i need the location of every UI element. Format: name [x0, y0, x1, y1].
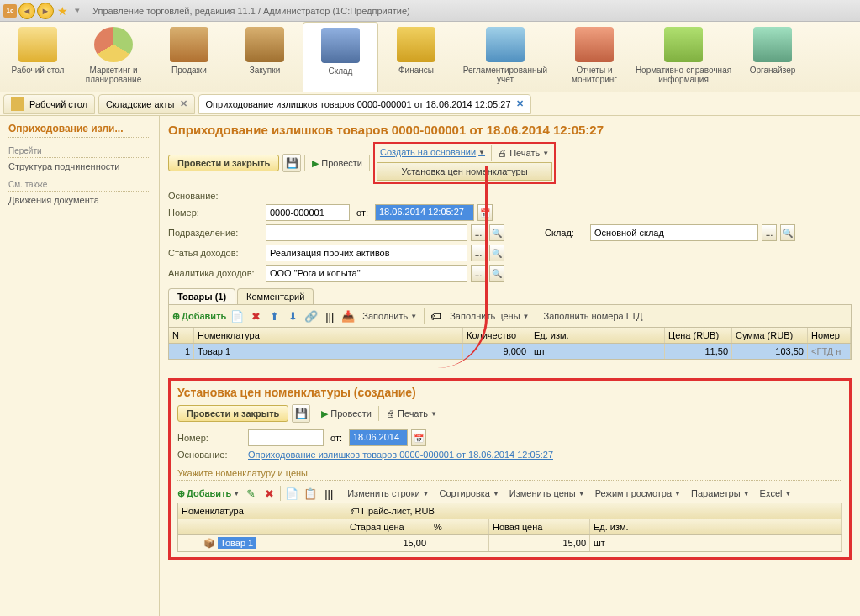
copy-icon[interactable]: 📄 [230, 308, 245, 324]
tab-desktop[interactable]: Рабочий стол [3, 94, 95, 114]
col-n[interactable]: N [169, 328, 194, 343]
col-quantity[interactable]: Количество [463, 328, 530, 343]
view-mode-button[interactable]: Режим просмотра▼ [592, 487, 684, 500]
change-rows-button[interactable]: Изменить строки▼ [344, 487, 432, 500]
sort-button[interactable]: Сортировка▼ [436, 487, 503, 500]
label-subdivision: Подразделение: [168, 228, 262, 238]
table-row[interactable]: 📦 Товар 1 15,00 15,00 шт [177, 535, 842, 552]
copy-icon[interactable]: 📄 [284, 486, 299, 501]
col-gtd[interactable]: Номер [808, 328, 851, 343]
add-button[interactable]: ⊕ Добавить [172, 311, 226, 322]
print-button[interactable]: 🖨 Печать▼ [383, 407, 441, 420]
tab-stock-acts[interactable]: Складские акты✕ [98, 94, 194, 114]
fill-button[interactable]: Заполнить▼ [359, 309, 420, 323]
search-icon[interactable]: 🔍 [780, 224, 795, 241]
date-input[interactable]: 18.06.2014 [349, 429, 408, 446]
date-input[interactable]: 18.06.2014 12:05:27 [375, 204, 474, 221]
sidebar: Оприходование изли... Перейти Структура … [0, 116, 160, 616]
search-icon[interactable]: 🔍 [489, 224, 504, 241]
barcode-icon[interactable]: ||| [322, 308, 337, 324]
col-percent[interactable]: % [430, 519, 489, 534]
excel-button[interactable]: Excel▼ [757, 487, 795, 500]
save-icon[interactable]: 💾 [292, 404, 310, 423]
params-button[interactable]: Параметры▼ [688, 487, 753, 500]
col-sum[interactable]: Сумма (RUB) [732, 328, 808, 343]
tab-surplus-doc[interactable]: Оприходование излишков товаров 0000-0000… [198, 94, 531, 114]
page-title: Оприходование излишков товаров 0000-0000… [168, 123, 852, 137]
edit-icon[interactable]: ✎ [243, 486, 258, 501]
select-icon[interactable]: ... [471, 245, 486, 261]
save-icon[interactable]: 💾 [282, 154, 301, 172]
calendar-icon[interactable]: 📅 [411, 429, 426, 446]
warehouse-input[interactable] [590, 224, 758, 241]
panel-title: Установка цен номенклатуры (создание) [177, 386, 842, 399]
col-pricelist[interactable]: 🏷 Прайс-лист, RUB [346, 503, 842, 519]
move-down-icon[interactable]: ⬇ [285, 308, 300, 324]
section-reference[interactable]: Нормативно-справочная информация [632, 22, 735, 92]
delete-icon[interactable]: ✖ [248, 308, 263, 324]
change-prices-button[interactable]: Изменить цены▼ [506, 487, 588, 500]
section-accounting[interactable]: Регламентированный учет [454, 22, 557, 92]
create-based-button[interactable]: Создать на основании▼ [377, 145, 488, 159]
back-button[interactable]: ◄ [18, 3, 35, 19]
section-purchases[interactable]: Закупки [227, 22, 303, 92]
tab-goods[interactable]: Товары (1) [168, 288, 235, 304]
close-icon[interactable]: ✕ [180, 98, 187, 109]
basis-link[interactable]: Оприходование излишков товаров 0000-0000… [248, 450, 553, 460]
delete-icon[interactable]: ✖ [261, 486, 277, 501]
analytics-input[interactable] [266, 265, 467, 282]
close-icon[interactable]: ✕ [516, 98, 524, 109]
label-from: от: [330, 433, 342, 443]
process-close-button[interactable]: Провести и закрыть [177, 405, 288, 422]
goods-grid: N Номенклатура Количество Ед. изм. Цена … [168, 328, 852, 360]
select-icon[interactable]: ... [471, 265, 486, 282]
select-icon[interactable]: ... [762, 224, 777, 241]
process-button[interactable]: ▶Провести [318, 407, 375, 421]
section-desktop[interactable]: Рабочий стол [0, 22, 76, 92]
col-unit[interactable]: Ед. изм. [530, 328, 665, 343]
menu-set-prices[interactable]: Установка цен номенклатуры [377, 162, 552, 181]
income-item-input[interactable] [266, 245, 467, 261]
col-price[interactable]: Цена (RUB) [665, 328, 732, 343]
subdivision-input[interactable] [266, 224, 467, 241]
price-setting-panel: Установка цен номенклатуры (создание) Пр… [168, 378, 852, 560]
section-finance[interactable]: Финансы [378, 22, 454, 92]
sidebar-link-structure[interactable]: Структура подчиненности [8, 161, 150, 171]
col-old-price[interactable]: Старая цена [346, 519, 430, 534]
forward-button[interactable]: ► [37, 3, 54, 19]
tab-comment[interactable]: Комментарий [237, 288, 314, 304]
fill-prices-button[interactable]: Заполнить цены▼ [446, 309, 532, 323]
section-sales[interactable]: Продажи [151, 22, 227, 92]
add-button[interactable]: ⊕ Добавить▼ [177, 488, 240, 499]
table-row[interactable]: 1 Товар 1 9,000 шт 11,50 103,50 <ГТД н [169, 344, 851, 359]
barcode-icon[interactable]: ||| [321, 486, 336, 501]
process-close-button[interactable]: Провести и закрыть [168, 155, 279, 171]
col-nomenclature[interactable]: Номенклатура [194, 328, 463, 343]
section-marketing[interactable]: Маркетинг и планирование [76, 22, 151, 92]
print-button[interactable]: 🖨 Печать▼ [494, 146, 552, 160]
section-organizer[interactable]: Органайзер [735, 22, 810, 92]
process-button[interactable]: ▶Провести [309, 156, 366, 171]
number-input[interactable] [266, 204, 350, 221]
search-icon[interactable]: 🔍 [489, 265, 504, 282]
import-icon[interactable]: 📥 [340, 308, 356, 324]
col-unit[interactable]: Ед. изм. [590, 519, 842, 534]
paste-icon[interactable]: 📋 [303, 486, 318, 501]
app-icon: 1c [3, 4, 17, 18]
number-input[interactable] [248, 429, 324, 446]
col-new-price[interactable]: Новая цена [489, 519, 590, 534]
pick-icon[interactable]: 🔗 [303, 308, 319, 324]
section-label: Укажите номенклатуру и цены [177, 468, 842, 481]
calendar-icon[interactable]: 📅 [477, 204, 493, 221]
search-icon[interactable]: 🔍 [489, 245, 504, 261]
move-up-icon[interactable]: ⬆ [266, 308, 282, 324]
section-warehouse[interactable]: Склад [303, 22, 378, 92]
section-reports[interactable]: Отчеты и мониторинг [557, 22, 632, 92]
select-icon[interactable]: ... [471, 224, 486, 241]
col-nomenclature[interactable]: Номенклатура [178, 503, 346, 519]
price-tag-icon[interactable]: 🏷 [428, 308, 443, 324]
fill-gtd-button[interactable]: Заполнить номера ГТД [540, 309, 646, 323]
favorites-icon[interactable]: ★ [55, 4, 69, 18]
sidebar-link-movements[interactable]: Движения документа [8, 195, 150, 205]
dropdown-icon[interactable]: ▾ [71, 4, 84, 18]
